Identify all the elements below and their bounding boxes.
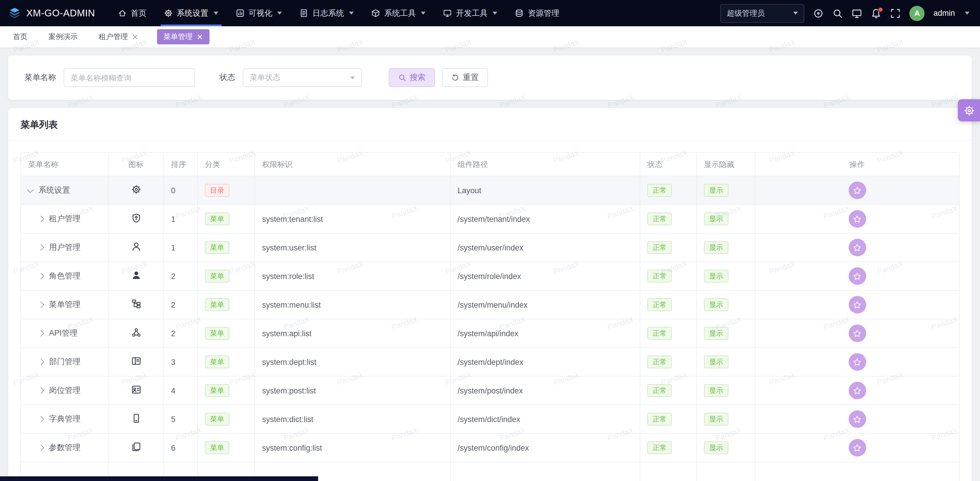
sort-value: 2 xyxy=(164,319,197,347)
favorite-button[interactable] xyxy=(848,210,866,228)
nav-item-database[interactable]: 资源管理 xyxy=(506,0,568,26)
tag: 正常 xyxy=(647,298,672,311)
role-select[interactable]: 超级管理员 xyxy=(720,4,804,22)
nav-item-tool[interactable]: 系统工具 xyxy=(363,0,434,26)
user-icon xyxy=(131,242,141,252)
nav-item-chart[interactable]: 可视化 xyxy=(227,0,291,26)
column-header: 显示隐藏 xyxy=(697,153,755,176)
favorite-button[interactable] xyxy=(848,439,866,457)
home-icon xyxy=(118,9,127,18)
expand-toggle[interactable] xyxy=(38,301,45,308)
tab-2[interactable]: 租户管理✕ xyxy=(96,29,141,45)
nav-item-monitor[interactable]: 开发工具 xyxy=(434,0,506,26)
table-row[interactable]: 参数管理6菜单system:config:list/system/config/… xyxy=(21,433,959,462)
menu-name: 菜单管理 xyxy=(49,299,81,310)
component-path: /system/dict/index xyxy=(450,405,640,433)
app-root: XM-GO-ADMIN 首页系统设置可视化日志系统系统工具开发工具资源管理 超级… xyxy=(0,0,980,481)
nav-item-home[interactable]: 首页 xyxy=(109,0,155,26)
status-select[interactable]: 菜单状态 xyxy=(243,68,362,87)
monitor-icon[interactable] xyxy=(851,8,862,18)
status-label: 状态 xyxy=(220,72,235,83)
table-row[interactable]: 租户管理1菜单system:tenant:list/system/tenant/… xyxy=(21,205,959,233)
expand-toggle[interactable] xyxy=(38,330,45,337)
nav-item-doc[interactable]: 日志系统 xyxy=(291,0,363,26)
post-icon xyxy=(131,385,141,395)
tag: 显示 xyxy=(704,270,729,282)
status-group: 状态 菜单状态 xyxy=(220,68,362,87)
tab-1[interactable]: 案例演示 xyxy=(46,29,80,45)
tag: 菜单 xyxy=(205,413,229,425)
settings-fab[interactable] xyxy=(958,99,980,121)
search-icon[interactable] xyxy=(832,8,843,18)
favorite-button[interactable] xyxy=(848,325,866,342)
avatar[interactable]: A xyxy=(909,6,924,21)
reset-button[interactable]: 重置 xyxy=(442,68,488,87)
fullscreen-icon[interactable] xyxy=(890,8,900,18)
sort-value: 6 xyxy=(164,433,197,462)
menu-name: 参数管理 xyxy=(49,443,81,453)
expand-toggle[interactable] xyxy=(38,216,45,222)
table-row[interactable]: 岗位管理4菜单system:post:list/system/post/inde… xyxy=(21,376,959,405)
menu-name: 字典管理 xyxy=(49,414,81,424)
tag: 正常 xyxy=(647,355,672,368)
tag: 菜单 xyxy=(205,270,229,282)
table-row[interactable]: 系统设置0目录Layout正常显示 xyxy=(21,176,959,205)
table-row[interactable]: 角色管理2菜单system:role:list/system/role/inde… xyxy=(21,262,959,290)
tab-bar: 首页案例演示租户管理✕菜单管理✕ xyxy=(0,26,980,48)
tag: 菜单 xyxy=(205,241,229,254)
card-title: 菜单列表 xyxy=(8,108,972,141)
favorite-button[interactable] xyxy=(848,410,866,428)
expand-toggle[interactable] xyxy=(38,359,45,365)
favorite-button[interactable] xyxy=(848,296,866,314)
gear-icon xyxy=(963,105,974,116)
logo-text: XM-GO-ADMIN xyxy=(26,8,95,19)
expand-toggle[interactable] xyxy=(38,444,45,451)
chevron-down-icon[interactable] xyxy=(965,12,969,14)
table-row[interactable]: 字典管理5菜单system:dict:list/system/dict/inde… xyxy=(21,405,959,433)
favorite-button[interactable] xyxy=(848,382,866,399)
favorite-button[interactable] xyxy=(848,239,866,256)
bell-icon[interactable] xyxy=(871,8,881,18)
gear-icon xyxy=(131,185,141,194)
tag: 菜单 xyxy=(205,212,229,225)
column-header: 菜单名称 xyxy=(21,153,108,176)
theme-icon[interactable] xyxy=(813,8,824,18)
config-icon xyxy=(131,442,141,452)
table-row[interactable]: 用户管理1菜单system:user:list/system/user/inde… xyxy=(21,233,959,262)
doc-icon xyxy=(300,9,309,18)
nav-item-gear[interactable]: 系统设置 xyxy=(155,0,227,26)
tag: 正常 xyxy=(647,212,672,225)
expand-toggle[interactable] xyxy=(38,387,45,394)
component-path: /system/role/index xyxy=(450,262,640,290)
brand-logo[interactable]: XM-GO-ADMIN xyxy=(8,7,95,19)
search-button[interactable]: 搜索 xyxy=(389,68,435,87)
tag: 正常 xyxy=(647,270,672,282)
column-header: 权限标识 xyxy=(255,153,450,176)
expand-toggle[interactable] xyxy=(38,273,45,280)
favorite-button[interactable] xyxy=(848,182,866,199)
table-row[interactable]: API管理2菜单system:api:list/system/api/index… xyxy=(21,319,959,347)
tab-0[interactable]: 首页 xyxy=(11,29,30,45)
menu-name-label: 菜单名称 xyxy=(24,72,56,83)
favorite-button[interactable] xyxy=(848,353,866,371)
nav-item-label: 开发工具 xyxy=(456,8,488,18)
expand-toggle[interactable] xyxy=(38,416,45,423)
chevron-down-icon xyxy=(349,12,354,14)
menu-name: 角色管理 xyxy=(49,271,81,281)
menu-name-input[interactable] xyxy=(64,68,195,87)
top-navbar: XM-GO-ADMIN 首页系统设置可视化日志系统系统工具开发工具资源管理 超级… xyxy=(0,0,980,26)
search-icon xyxy=(398,73,406,82)
tab-close-icon[interactable]: ✕ xyxy=(197,33,203,41)
menu-name: 部门管理 xyxy=(49,357,81,367)
table-row[interactable]: 菜单管理2菜单system:menu:list/system/menu/inde… xyxy=(21,290,959,319)
collapse-toggle[interactable] xyxy=(27,186,34,193)
table-row[interactable]: 部门管理3菜单system:dept:list/system/dept/inde… xyxy=(21,347,959,376)
tag: 显示 xyxy=(704,184,729,197)
tab-close-icon[interactable]: ✕ xyxy=(132,33,138,41)
expand-toggle[interactable] xyxy=(38,244,45,251)
tab-3[interactable]: 菜单管理✕ xyxy=(157,29,210,45)
favorite-button[interactable] xyxy=(848,268,866,285)
tab-label: 首页 xyxy=(13,32,27,42)
username[interactable]: admin xyxy=(933,9,955,18)
tag: 正常 xyxy=(647,241,672,254)
